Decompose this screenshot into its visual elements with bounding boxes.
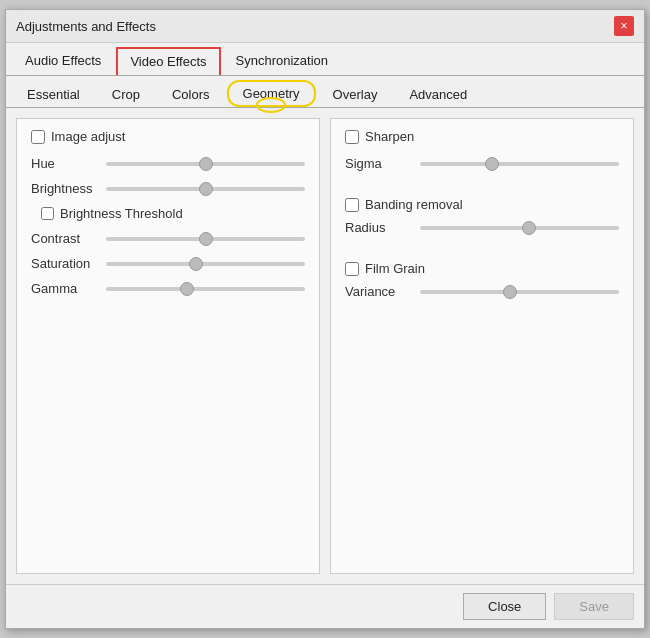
save-button: Save [554, 593, 634, 620]
sigma-row: Sigma [345, 156, 619, 171]
subtab-overlay[interactable]: Overlay [318, 82, 393, 107]
dialog-title: Adjustments and Effects [16, 19, 156, 34]
brightness-row: Brightness [31, 181, 305, 196]
title-bar: Adjustments and Effects × [6, 10, 644, 43]
saturation-row: Saturation [31, 256, 305, 271]
banding-removal-row: Banding removal [345, 197, 619, 212]
image-adjust-row: Image adjust [31, 129, 305, 144]
banding-removal-checkbox[interactable] [345, 198, 359, 212]
sharpen-label: Sharpen [365, 129, 414, 144]
brightness-threshold-label: Brightness Threshold [60, 206, 183, 221]
image-adjust-checkbox[interactable] [31, 130, 45, 144]
film-grain-label: Film Grain [365, 261, 425, 276]
image-adjust-label: Image adjust [51, 129, 125, 144]
footer: Close Save [6, 584, 644, 628]
subtab-essential[interactable]: Essential [12, 82, 95, 107]
sharpen-checkbox[interactable] [345, 130, 359, 144]
subtab-advanced[interactable]: Advanced [394, 82, 482, 107]
subtab-colors[interactable]: Colors [157, 82, 225, 107]
gamma-row: Gamma [31, 281, 305, 296]
sigma-label: Sigma [345, 156, 420, 171]
radius-label: Radius [345, 220, 420, 235]
hue-label: Hue [31, 156, 106, 171]
tab-audio-effects[interactable]: Audio Effects [12, 47, 114, 75]
film-grain-section: Film Grain Variance [345, 261, 619, 305]
brightness-label: Brightness [31, 181, 106, 196]
title-close-button[interactable]: × [614, 16, 634, 36]
brightness-threshold-row: Brightness Threshold [31, 206, 305, 221]
close-button[interactable]: Close [463, 593, 546, 620]
banding-removal-label: Banding removal [365, 197, 463, 212]
subtab-geometry[interactable]: Geometry [227, 80, 316, 107]
dialog: Adjustments and Effects × Audio Effects … [5, 9, 645, 629]
film-grain-checkbox[interactable] [345, 262, 359, 276]
right-panel: Sharpen Sigma Banding removal Radius [330, 118, 634, 574]
radius-row: Radius [345, 220, 619, 235]
contrast-label: Contrast [31, 231, 106, 246]
left-panel: Image adjust Hue Brightness Brightness T… [16, 118, 320, 574]
hue-row: Hue [31, 156, 305, 171]
gamma-label: Gamma [31, 281, 106, 296]
hue-slider[interactable] [106, 162, 305, 166]
variance-label: Variance [345, 284, 420, 299]
variance-row: Variance [345, 284, 619, 299]
subtab-crop[interactable]: Crop [97, 82, 155, 107]
contrast-slider[interactable] [106, 237, 305, 241]
sharpen-row: Sharpen [345, 129, 619, 144]
main-tabs: Audio Effects Video Effects Synchronizat… [6, 43, 644, 76]
banding-section: Banding removal Radius [345, 197, 619, 241]
brightness-slider[interactable] [106, 187, 305, 191]
radius-slider[interactable] [420, 226, 619, 230]
gamma-slider[interactable] [106, 287, 305, 291]
contrast-row: Contrast [31, 231, 305, 246]
brightness-threshold-checkbox[interactable] [41, 207, 54, 220]
saturation-slider[interactable] [106, 262, 305, 266]
saturation-label: Saturation [31, 256, 106, 271]
sub-tabs: Essential Crop Colors Geometry Overlay A… [6, 76, 644, 108]
tab-synchronization[interactable]: Synchronization [223, 47, 342, 75]
sigma-slider[interactable] [420, 162, 619, 166]
film-grain-row: Film Grain [345, 261, 619, 276]
variance-slider[interactable] [420, 290, 619, 294]
tab-video-effects[interactable]: Video Effects [116, 47, 220, 75]
content-area: Image adjust Hue Brightness Brightness T… [6, 108, 644, 584]
